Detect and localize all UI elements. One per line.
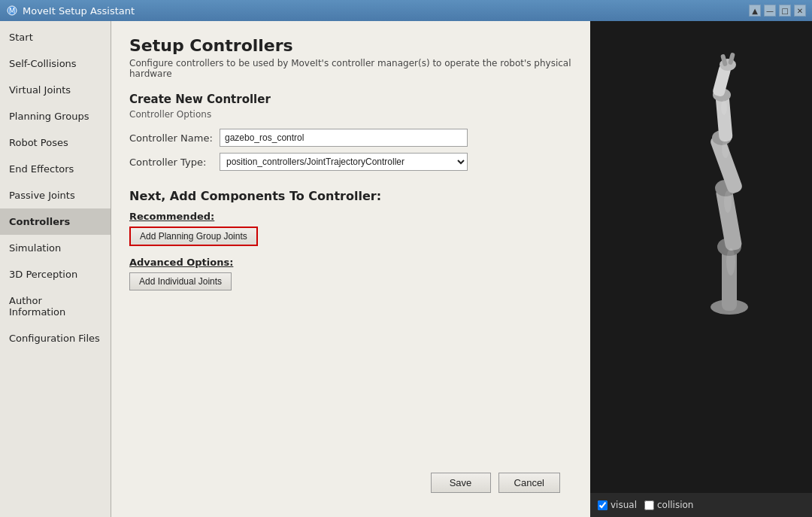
controller-options-label: Controller Options — [129, 109, 572, 120]
cancel-button[interactable]: Cancel — [498, 473, 560, 493]
add-planning-group-joints-wrapper: Add Planning Group Joints — [129, 227, 572, 246]
robot-controls: visual collision — [590, 493, 812, 517]
collision-label[interactable]: collision — [657, 500, 693, 510]
sidebar-item-configuration-files[interactable]: Configuration Files — [0, 325, 111, 351]
controller-name-input[interactable] — [220, 129, 468, 147]
advanced-label: Advanced Options: — [129, 257, 572, 268]
svg-point-17 — [722, 140, 729, 158]
main-layout: Start Self-Collisions Virtual Joints Pla… — [0, 21, 812, 517]
sidebar-item-robot-poses[interactable]: Robot Poses — [0, 129, 111, 156]
title-bar-controls[interactable]: ▲ — □ ✕ — [749, 5, 806, 17]
title-bar: M MoveIt Setup Assistant ▲ — □ ✕ — [0, 0, 812, 21]
minimize-button[interactable]: ▲ — [749, 5, 761, 17]
add-planning-group-joints-button[interactable]: Add Planning Group Joints — [129, 227, 258, 246]
sidebar: Start Self-Collisions Virtual Joints Pla… — [0, 21, 111, 517]
svg-point-16 — [724, 190, 732, 213]
visual-checkbox[interactable] — [598, 500, 607, 510]
title-bar-left: M MoveIt Setup Assistant — [6, 5, 135, 17]
sidebar-item-passive-joints[interactable]: Passive Joints — [0, 182, 111, 208]
controller-type-row: Controller Type: position_controllers/Jo… — [129, 153, 572, 171]
app-icon: M — [6, 5, 18, 17]
recommended-label: Recommended: — [129, 211, 572, 222]
sidebar-item-start[interactable]: Start — [0, 24, 111, 50]
sidebar-item-controllers[interactable]: Controllers — [0, 208, 111, 235]
collision-checkbox[interactable] — [644, 500, 654, 510]
add-individual-joints-wrapper: Add Individual Joints — [129, 272, 572, 290]
page-title: Setup Controllers — [129, 36, 572, 55]
bottom-bar: Save Cancel — [129, 464, 572, 502]
robot-viewport — [590, 21, 812, 493]
components-title: Next, Add Components To Controller: — [129, 189, 572, 203]
maximize-button[interactable]: — — [764, 5, 776, 17]
content-area: Setup Controllers Configure controllers … — [111, 21, 590, 517]
collision-checkbox-group: collision — [644, 500, 693, 510]
sidebar-item-author-information[interactable]: Author Information — [0, 287, 111, 325]
create-section-title: Create New Controller — [129, 93, 572, 106]
sidebar-item-simulation[interactable]: Simulation — [0, 235, 111, 261]
page-subtitle: Configure controllers to be used by Move… — [129, 58, 572, 79]
controller-type-select[interactable]: position_controllers/JointTrajectoryCont… — [220, 153, 468, 171]
components-section: Next, Add Components To Controller: Reco… — [129, 189, 572, 290]
sidebar-item-self-collisions[interactable]: Self-Collisions — [0, 50, 111, 77]
visual-checkbox-group: visual — [598, 500, 637, 510]
sidebar-item-planning-groups[interactable]: Planning Groups — [0, 103, 111, 129]
svg-text:M: M — [9, 7, 16, 15]
controller-name-label: Controller Name: — [129, 132, 220, 144]
controller-name-row: Controller Name: — [129, 129, 572, 147]
sidebar-item-end-effectors[interactable]: End Effectors — [0, 156, 111, 182]
restore-button[interactable]: □ — [779, 5, 791, 17]
robot-panel: visual collision — [590, 21, 812, 517]
add-individual-joints-button[interactable]: Add Individual Joints — [129, 272, 232, 290]
svg-point-15 — [726, 248, 735, 275]
close-button[interactable]: ✕ — [794, 5, 806, 17]
sidebar-item-virtual-joints[interactable]: Virtual Joints — [0, 77, 111, 103]
sidebar-item-3d-perception[interactable]: 3D Perception — [0, 261, 111, 287]
save-button[interactable]: Save — [431, 473, 491, 493]
robot-arm-svg — [647, 51, 797, 337]
visual-label[interactable]: visual — [611, 500, 637, 510]
svg-point-18 — [721, 100, 727, 115]
window-title: MoveIt Setup Assistant — [23, 5, 135, 17]
controller-type-label: Controller Type: — [129, 157, 220, 168]
